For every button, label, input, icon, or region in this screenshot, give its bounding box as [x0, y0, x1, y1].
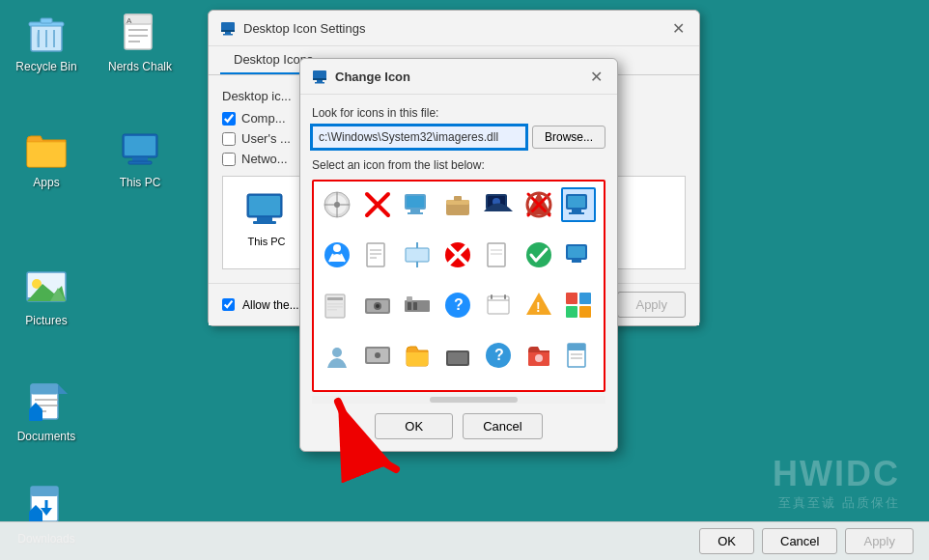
- svg-point-124: [332, 348, 342, 357]
- ci-icon-14[interactable]: [320, 288, 354, 322]
- svg-rect-134: [568, 344, 585, 350]
- ci-ok-button[interactable]: OK: [375, 413, 453, 439]
- svg-rect-111: [413, 302, 417, 310]
- ci-icon-20[interactable]: [561, 288, 596, 322]
- ci-title-text: Change Icon: [335, 70, 410, 84]
- ci-file-input[interactable]: [312, 126, 526, 149]
- svg-rect-30: [31, 487, 58, 496]
- svg-rect-62: [410, 210, 420, 212]
- svg-text:A: A: [127, 16, 132, 25]
- svg-rect-103: [327, 309, 337, 311]
- ci-icon-26[interactable]: [521, 338, 556, 373]
- svg-rect-66: [454, 196, 462, 201]
- ci-icon-18[interactable]: [481, 288, 516, 322]
- svg-rect-13: [125, 136, 155, 155]
- svg-rect-92: [488, 243, 505, 266]
- svg-text:!: !: [536, 299, 541, 315]
- ci-icon-23[interactable]: [400, 338, 435, 373]
- ci-browse-button[interactable]: Browse...: [532, 126, 605, 149]
- hwidc-text: HWIDC: [773, 454, 900, 494]
- dis-check-network[interactable]: [222, 153, 236, 166]
- ci-scrollbar[interactable]: [312, 396, 605, 404]
- ci-icon-19[interactable]: !: [521, 288, 556, 322]
- ci-icon-5[interactable]: [521, 187, 556, 222]
- ci-icon-22[interactable]: [360, 338, 395, 373]
- svg-rect-110: [408, 302, 411, 310]
- ci-close-button[interactable]: ✕: [586, 67, 605, 86]
- ci-select-label: Select an icon from the list below:: [312, 158, 605, 172]
- dis-check-user-label: User's ...: [241, 131, 291, 146]
- ci-icons-grid: ? ! ?: [312, 180, 605, 392]
- ci-icon-13[interactable]: [561, 238, 596, 272]
- dis-icon-this-pc[interactable]: This PC: [233, 186, 300, 247]
- ci-body: Look for icons in this file: Browse... S…: [300, 95, 617, 451]
- dis-title-area: Desktop Icon Settings: [220, 20, 365, 36]
- svg-rect-122: [566, 306, 577, 318]
- ci-icon-10[interactable]: [440, 238, 475, 272]
- svg-rect-76: [572, 210, 581, 212]
- svg-point-132: [535, 354, 543, 362]
- svg-rect-51: [317, 80, 323, 82]
- ci-bottom-buttons: OK Cancel: [312, 413, 605, 439]
- svg-text:?: ?: [494, 347, 504, 363]
- documents-icon[interactable]: Documents: [3, 377, 90, 447]
- dis-apply-button[interactable]: Apply: [617, 292, 686, 318]
- svg-rect-77: [569, 212, 584, 214]
- svg-rect-86: [406, 248, 429, 262]
- bottom-bar: OK Cancel Apply: [0, 521, 929, 560]
- ci-icon-17[interactable]: ?: [440, 288, 475, 322]
- ci-cancel-button[interactable]: Cancel: [463, 413, 542, 439]
- dis-close-button[interactable]: ✕: [668, 18, 688, 38]
- ci-icon-8[interactable]: [360, 238, 395, 272]
- ci-icon-25[interactable]: ?: [481, 338, 516, 373]
- svg-text:?: ?: [454, 296, 464, 313]
- dis-check-user[interactable]: [222, 132, 236, 146]
- bottom-apply-button[interactable]: Apply: [845, 528, 914, 554]
- svg-rect-116: [491, 294, 493, 299]
- dis-allow-checkbox[interactable]: [222, 298, 235, 311]
- pictures-icon[interactable]: Pictures: [3, 261, 90, 331]
- ci-icon-12[interactable]: [521, 238, 556, 272]
- ci-icon-11[interactable]: [481, 238, 516, 272]
- ci-file-label: Look for icons in this file:: [312, 106, 605, 120]
- svg-rect-101: [327, 303, 343, 305]
- apps-folder-icon[interactable]: Apps: [3, 123, 90, 193]
- ci-icon-21[interactable]: [320, 338, 354, 373]
- hwidc-subtext: 至真至诚 品质保住: [773, 494, 900, 512]
- ci-icon-3[interactable]: [440, 187, 475, 222]
- dis-check-computer[interactable]: [222, 112, 236, 126]
- svg-rect-82: [367, 243, 384, 266]
- svg-rect-52: [315, 82, 324, 84]
- change-icon-dialog: Change Icon ✕ Look for icons in this fil…: [299, 58, 618, 452]
- recycle-bin-icon[interactable]: Recycle Bin: [3, 7, 90, 77]
- ci-icon-6[interactable]: [561, 187, 596, 222]
- svg-rect-41: [257, 217, 272, 221]
- svg-rect-102: [327, 306, 343, 308]
- nerds-chalk-icon[interactable]: A Nerds Chalk: [97, 7, 183, 77]
- svg-rect-120: [566, 293, 577, 304]
- ci-icon-27[interactable]: [561, 338, 596, 373]
- bottom-ok-button[interactable]: OK: [699, 528, 754, 554]
- dis-check-network-label: Netwo...: [241, 152, 288, 166]
- ci-icon-24[interactable]: [440, 338, 475, 373]
- svg-point-79: [333, 244, 341, 252]
- ci-icon-4[interactable]: [481, 187, 516, 222]
- svg-rect-121: [579, 293, 591, 304]
- svg-rect-50: [313, 78, 326, 80]
- ci-icon-16[interactable]: [400, 288, 435, 322]
- bottom-cancel-button[interactable]: Cancel: [762, 528, 837, 554]
- this-pc-desktop-icon[interactable]: This PC: [97, 123, 183, 193]
- ci-icon-0[interactable]: [320, 187, 354, 222]
- dis-allow-label: Allow the...: [242, 298, 299, 312]
- svg-rect-22: [31, 384, 58, 394]
- ci-icon-1[interactable]: [360, 187, 395, 222]
- svg-rect-40: [249, 196, 280, 215]
- ci-icon-2[interactable]: [400, 187, 435, 222]
- ci-icon-15[interactable]: [360, 288, 395, 322]
- ci-icon-9[interactable]: [400, 238, 435, 272]
- svg-rect-97: [568, 246, 585, 258]
- ci-scrollbar-thumb: [430, 397, 518, 403]
- svg-rect-75: [568, 196, 585, 208]
- svg-rect-117: [504, 294, 506, 299]
- ci-icon-7[interactable]: [320, 238, 354, 272]
